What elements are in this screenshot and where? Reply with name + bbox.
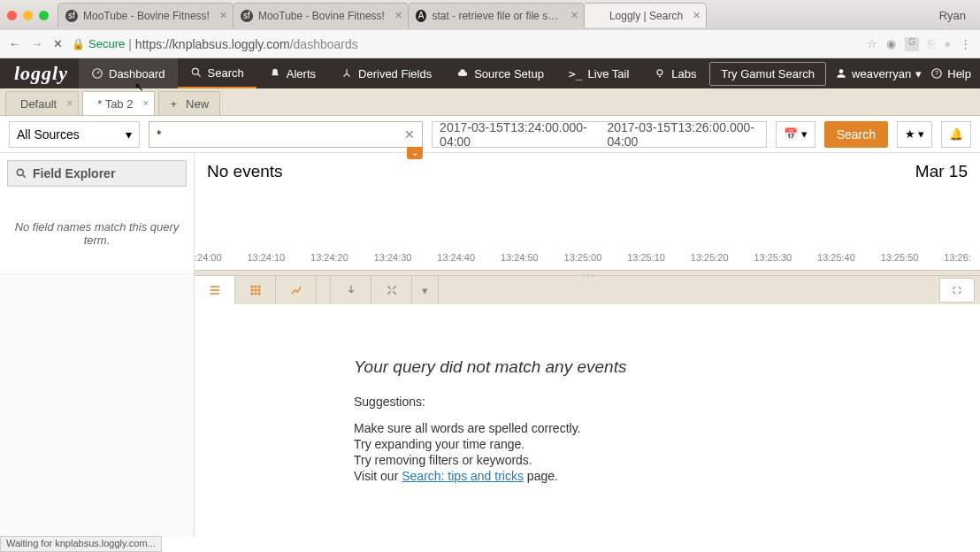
extension-icon[interactable]: G bbox=[905, 37, 919, 51]
timeline-chart[interactable]: :24:00 13:24:10 13:24:20 13:24:30 13:24:… bbox=[195, 190, 980, 270]
help-link[interactable]: ? Help bbox=[930, 67, 971, 80]
extension-icon[interactable]: ◉ bbox=[886, 37, 896, 50]
svg-point-1 bbox=[192, 68, 198, 74]
search-tabs: Default × * Tab 2 × + New bbox=[0, 88, 980, 116]
search-button[interactable]: Search bbox=[824, 121, 888, 148]
events-date: Mar 15 bbox=[915, 162, 968, 181]
svg-point-3 bbox=[839, 69, 844, 73]
favorites-button[interactable]: ★ ▾ bbox=[897, 121, 932, 148]
source-select[interactable]: All Sources ▾ bbox=[9, 121, 140, 148]
nav-buttons: ← → ✕ bbox=[9, 37, 63, 50]
nav-label: Source Setup bbox=[474, 67, 544, 80]
window-controls[interactable] bbox=[7, 11, 49, 20]
suggestion-line: Visit our Search: tips and tricks page. bbox=[354, 469, 945, 483]
nav-labs[interactable]: Labs bbox=[641, 58, 708, 88]
star-icon[interactable]: ☆ bbox=[867, 37, 877, 50]
no-results-panel: Your query did not match any events Sugg… bbox=[195, 304, 980, 520]
nav-label: Live Tail bbox=[588, 67, 630, 80]
search-tab-active[interactable]: * Tab 2 × bbox=[82, 91, 155, 115]
event-count: No events bbox=[207, 162, 283, 181]
help-icon: ? bbox=[930, 67, 943, 80]
expand-button[interactable] bbox=[371, 276, 412, 304]
favicon-icon: A bbox=[416, 10, 427, 22]
browser-address-bar: ← → ✕ 🔒 Secure | https://knplabsus.loggl… bbox=[0, 30, 980, 58]
browser-tab[interactable]: A stat - retrieve file or file system ✕ bbox=[408, 3, 585, 27]
suggestion-line: Make sure all words are spelled correctl… bbox=[354, 421, 945, 435]
tips-link[interactable]: Search: tips and tricks bbox=[402, 469, 524, 483]
extension-icon[interactable]: ● bbox=[944, 37, 951, 50]
time-end: 2017-03-15T13:26:00.000-04:00 bbox=[607, 120, 758, 149]
svg-point-2 bbox=[657, 70, 662, 75]
tab-label: * Tab 2 bbox=[97, 97, 133, 111]
view-toolbar: ▾ bbox=[195, 276, 980, 304]
nav-live-tail[interactable]: >_ Live Tail bbox=[556, 58, 641, 88]
tick: 13:24:50 bbox=[501, 252, 539, 263]
try-gamut-button[interactable]: Try Gamut Search bbox=[709, 62, 826, 86]
chart-view-button[interactable] bbox=[276, 276, 317, 304]
nav-alerts[interactable]: Alerts bbox=[256, 58, 328, 88]
search-tab-default[interactable]: Default × bbox=[5, 91, 79, 115]
close-window-icon[interactable] bbox=[7, 11, 17, 20]
caret-down-icon: ▾ bbox=[126, 127, 132, 142]
time-axis: :24:00 13:24:10 13:24:20 13:24:30 13:24:… bbox=[195, 252, 980, 263]
download-button[interactable] bbox=[331, 276, 371, 304]
suggestions-label: Suggestions: bbox=[354, 395, 945, 409]
minimize-window-icon[interactable] bbox=[23, 11, 33, 20]
toolbar-icons: ☆ ◉ G ⎘ ● ⋮ bbox=[867, 37, 971, 51]
more-button[interactable]: ▾ bbox=[412, 276, 439, 304]
calendar-button[interactable]: 📅 ▾ bbox=[776, 121, 815, 148]
list-view-button[interactable] bbox=[195, 276, 235, 304]
grid-icon bbox=[249, 283, 263, 297]
user-menu[interactable]: weaverryan ▾ bbox=[835, 67, 922, 80]
chrome-profile[interactable]: Ryan bbox=[939, 9, 973, 22]
query-input[interactable]: * ✕ ⌄ bbox=[149, 121, 423, 148]
maximize-window-icon[interactable] bbox=[39, 11, 49, 20]
stop-icon[interactable]: ✕ bbox=[53, 37, 63, 50]
nav-search[interactable]: Search bbox=[178, 58, 256, 88]
new-tab-button[interactable]: + New bbox=[158, 91, 220, 115]
plus-icon: + bbox=[170, 97, 177, 111]
branch-icon bbox=[341, 67, 353, 80]
star-icon: ★ bbox=[905, 127, 915, 141]
loggly-logo[interactable]: loggly bbox=[14, 58, 68, 88]
nav-derived-fields[interactable]: Derived Fields bbox=[328, 58, 444, 88]
nav-dashboard[interactable]: Dashboard bbox=[79, 58, 178, 88]
nav-label: Labs bbox=[671, 67, 696, 80]
search-icon bbox=[190, 66, 203, 79]
separator bbox=[317, 276, 331, 304]
url-display[interactable]: 🔒 Secure | https://knplabsus.loggly.com/… bbox=[72, 37, 858, 51]
browser-tabs: sf MooTube - Bovine Fitness! ✕ sf MooTub… bbox=[57, 3, 939, 27]
close-tab-icon[interactable]: ✕ bbox=[570, 10, 578, 21]
tick: 13:24:30 bbox=[374, 252, 412, 263]
search-icon bbox=[15, 167, 27, 180]
tick: 13:25:40 bbox=[817, 252, 855, 263]
back-icon[interactable]: ← bbox=[9, 37, 20, 50]
caret-down-icon: ▾ bbox=[422, 284, 428, 297]
caret-down-icon: ▾ bbox=[918, 127, 924, 141]
close-icon[interactable]: × bbox=[142, 97, 149, 110]
expand-icon bbox=[385, 283, 399, 297]
close-tab-icon[interactable]: ✕ bbox=[394, 10, 402, 21]
field-explorer-header[interactable]: Field Explorer bbox=[7, 160, 187, 187]
horizontal-splitter[interactable] bbox=[195, 270, 980, 276]
nav-source-setup[interactable]: Source Setup bbox=[444, 58, 556, 88]
no-results-heading: Your query did not match any events bbox=[354, 357, 945, 377]
browser-tab[interactable]: sf MooTube - Bovine Fitness! ✕ bbox=[57, 3, 234, 27]
nav-label: Alerts bbox=[287, 67, 316, 80]
menu-icon[interactable]: ⋮ bbox=[960, 37, 971, 50]
filter-bar: All Sources ▾ * ✕ ⌄ 2017-03-15T13:24:00.… bbox=[0, 116, 980, 153]
svg-rect-7 bbox=[250, 286, 253, 288]
browser-tab[interactable]: sf MooTube - Bovine Fitness! ✕ bbox=[233, 3, 409, 27]
close-tab-icon[interactable]: ✕ bbox=[693, 10, 701, 21]
clear-icon[interactable]: ✕ bbox=[404, 127, 415, 142]
close-tab-icon[interactable]: ✕ bbox=[219, 10, 227, 21]
alert-button[interactable]: 🔔 bbox=[941, 121, 971, 148]
tick: 13:25:00 bbox=[564, 252, 602, 263]
close-icon[interactable]: × bbox=[66, 97, 73, 110]
time-range[interactable]: 2017-03-15T13:24:00.000-04:00 2017-03-15… bbox=[432, 121, 767, 148]
extension-icon[interactable]: ⎘ bbox=[928, 37, 935, 50]
terminal-icon: >_ bbox=[569, 67, 583, 80]
collapse-panel-button[interactable] bbox=[939, 278, 975, 303]
grid-view-button[interactable] bbox=[235, 276, 276, 304]
browser-tab-active[interactable]: ◌ Loggly | Search ✕ bbox=[584, 3, 707, 27]
